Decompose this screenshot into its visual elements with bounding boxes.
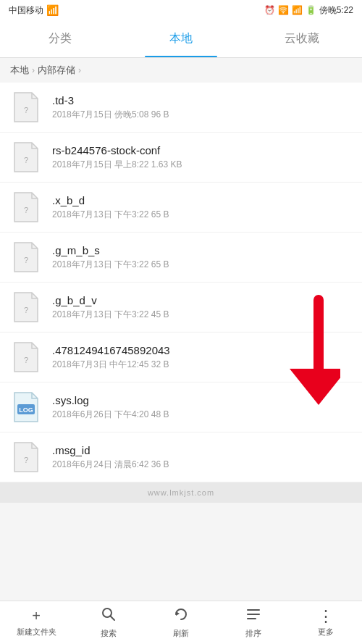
- file-icon-generic: ?: [10, 341, 42, 373]
- toolbar-new-folder[interactable]: + 新建文件夹: [0, 601, 72, 644]
- list-item[interactable]: ? .td-3 2018年7月15日 傍晚5:08 96 B: [0, 83, 362, 133]
- battery-icon: 🔋: [306, 5, 316, 15]
- file-name: .g_m_b_s: [52, 244, 352, 256]
- toolbar-more-label: 更多: [318, 627, 334, 637]
- breadcrumb: 本地 › 内部存储 ›: [0, 58, 362, 83]
- list-item[interactable]: ? .g_m_b_s 2018年7月13日 下午3:22 65 B: [0, 233, 362, 283]
- svg-text:?: ?: [24, 106, 28, 114]
- breadcrumb-internal[interactable]: 内部存储: [38, 64, 75, 77]
- list-item[interactable]: ? .g_b_d_v 2018年7月13日 下午3:22 45 B: [0, 283, 362, 333]
- refresh-icon: [173, 606, 189, 626]
- file-name: .g_b_d_v: [52, 294, 352, 306]
- svg-text:?: ?: [24, 156, 28, 164]
- file-info: .td-3 2018年7月15日 傍晚5:08 96 B: [52, 94, 352, 121]
- bottom-toolbar: + 新建文件夹 搜索 刷新 排序 ⋮: [0, 601, 362, 644]
- file-meta: 2018年7月3日 中午12:45 32 B: [52, 359, 352, 371]
- tab-local[interactable]: 本地: [121, 20, 242, 57]
- time-label: 傍晚5:22: [319, 4, 353, 17]
- file-icon-generic: ?: [10, 291, 42, 323]
- toolbar-refresh-label: 刷新: [173, 628, 189, 639]
- svg-text:?: ?: [24, 306, 28, 314]
- file-icon-generic: ?: [10, 441, 42, 473]
- file-info: rs-b244576-stock-conf 2018年7月15日 早上8:22 …: [52, 144, 352, 171]
- toolbar-search-label: 搜索: [101, 628, 117, 639]
- status-right: ⏰ 🛜 📶 🔋 傍晚5:22: [264, 4, 353, 17]
- file-name: .sys.log: [52, 394, 352, 406]
- file-meta: 2018年6月24日 清晨6:42 36 B: [52, 459, 352, 471]
- carrier-label: 中国移动: [9, 4, 43, 17]
- svg-text:LOG: LOG: [19, 406, 33, 414]
- status-bar: 中国移动 📶 ⏰ 🛜 📶 🔋 傍晚5:22: [0, 0, 362, 20]
- file-icon-generic: ?: [10, 241, 42, 273]
- tab-category[interactable]: 分类: [0, 20, 121, 57]
- list-item[interactable]: ? .msg_id 2018年6月24日 清晨6:42 36 B: [0, 432, 362, 482]
- tab-cloud-label: 云收藏: [285, 31, 319, 46]
- file-info: .g_m_b_s 2018年7月13日 下午3:22 65 B: [52, 244, 352, 271]
- file-info: .g_b_d_v 2018年7月13日 下午3:22 45 B: [52, 294, 352, 321]
- more-icon: ⋮: [318, 609, 334, 624]
- list-item[interactable]: ? rs-b244576-stock-conf 2018年7月15日 早上8:2…: [0, 133, 362, 183]
- file-meta: 2018年7月15日 早上8:22 1.63 KB: [52, 159, 352, 171]
- file-name: .x_b_d: [52, 194, 352, 206]
- tab-bar: 分类 本地 云收藏: [0, 20, 362, 58]
- toolbar-new-folder-label: 新建文件夹: [17, 627, 56, 637]
- watermark-bar: www.lmkjst.com: [0, 482, 362, 503]
- toolbar-sort[interactable]: 排序: [217, 601, 290, 644]
- svg-marker-13: [176, 611, 180, 616]
- file-name: .msg_id: [52, 444, 352, 456]
- tab-category-label: 分类: [49, 31, 72, 46]
- file-meta: 2018年7月15日 傍晚5:08 96 B: [52, 109, 352, 121]
- plus-icon: +: [32, 608, 41, 624]
- tab-local-label: 本地: [169, 31, 193, 46]
- file-icon-generic: ?: [10, 141, 42, 173]
- breadcrumb-sep-1: ›: [32, 65, 35, 75]
- file-info: .4781249416745892043 2018年7月3日 中午12:45 3…: [52, 344, 352, 371]
- wifi-icon: 🛜: [278, 5, 289, 15]
- watermark-text: www.lmkjst.com: [148, 488, 214, 497]
- carrier-icon: 📶: [46, 4, 59, 16]
- breadcrumb-sep-2: ›: [78, 65, 81, 75]
- svg-text:?: ?: [24, 356, 28, 364]
- sort-icon: [245, 606, 261, 626]
- file-meta: 2018年7月13日 下午3:22 65 B: [52, 259, 352, 271]
- breadcrumb-local[interactable]: 本地: [10, 64, 29, 77]
- tab-cloud[interactable]: 云收藏: [241, 20, 362, 57]
- search-icon: [101, 606, 117, 626]
- file-info: .sys.log 2018年6月26日 下午4:20 48 B: [52, 394, 352, 421]
- list-item[interactable]: LOG .sys.log 2018年6月26日 下午4:20 48 B: [0, 382, 362, 432]
- toolbar-refresh[interactable]: 刷新: [145, 601, 217, 644]
- file-icon-generic: ?: [10, 191, 42, 223]
- file-info: .x_b_d 2018年7月13日 下午3:22 65 B: [52, 194, 352, 221]
- svg-text:?: ?: [24, 256, 28, 264]
- toolbar-more[interactable]: ⋮ 更多: [290, 601, 362, 644]
- signal-icon: 📶: [292, 5, 303, 15]
- file-icon-generic: ?: [10, 91, 42, 123]
- toolbar-sort-label: 排序: [245, 628, 261, 639]
- list-item[interactable]: ? .x_b_d 2018年7月13日 下午3:22 65 B: [0, 183, 362, 233]
- clock-icon: ⏰: [264, 5, 275, 15]
- file-name: .4781249416745892043: [52, 344, 352, 356]
- file-list: ? .td-3 2018年7月15日 傍晚5:08 96 B ? rs-b244…: [0, 83, 362, 482]
- toolbar-search[interactable]: 搜索: [72, 601, 145, 644]
- svg-line-12: [111, 616, 115, 621]
- main-content: ? .td-3 2018年7月15日 傍晚5:08 96 B ? rs-b244…: [0, 83, 362, 625]
- file-name: rs-b244576-stock-conf: [52, 144, 352, 156]
- file-name: .td-3: [52, 94, 352, 106]
- file-meta: 2018年7月13日 下午3:22 45 B: [52, 309, 352, 321]
- file-icon-log: LOG: [10, 391, 42, 423]
- svg-text:?: ?: [24, 456, 28, 464]
- list-item[interactable]: ? .4781249416745892043 2018年7月3日 中午12:45…: [0, 333, 362, 382]
- file-meta: 2018年6月26日 下午4:20 48 B: [52, 409, 352, 421]
- status-left: 中国移动 📶: [9, 4, 59, 17]
- file-info: .msg_id 2018年6月24日 清晨6:42 36 B: [52, 444, 352, 471]
- svg-text:?: ?: [24, 206, 28, 214]
- file-meta: 2018年7月13日 下午3:22 65 B: [52, 209, 352, 221]
